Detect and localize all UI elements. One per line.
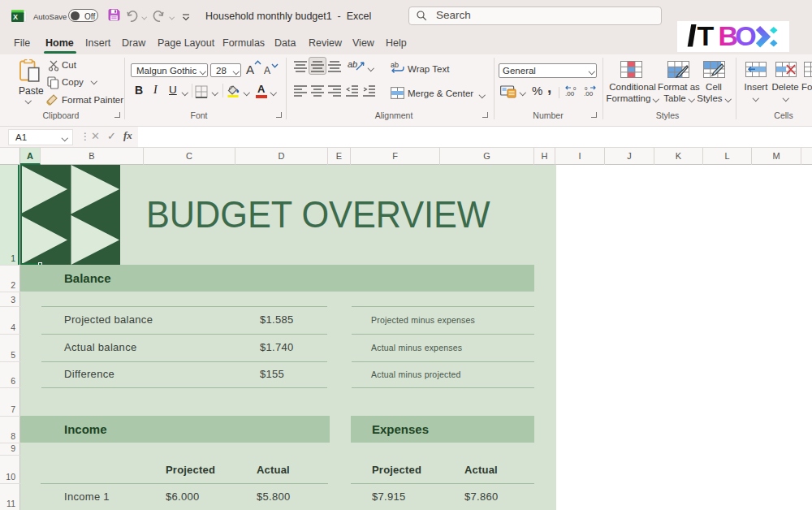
svg-text:ab: ab [391,61,399,69]
svg-text:T: T [698,24,715,48]
svg-text:X: X [13,13,18,21]
svg-text:0: 0 [573,86,577,91]
svg-text:.00: .00 [565,90,575,97]
svg-text:O: O [735,24,756,48]
